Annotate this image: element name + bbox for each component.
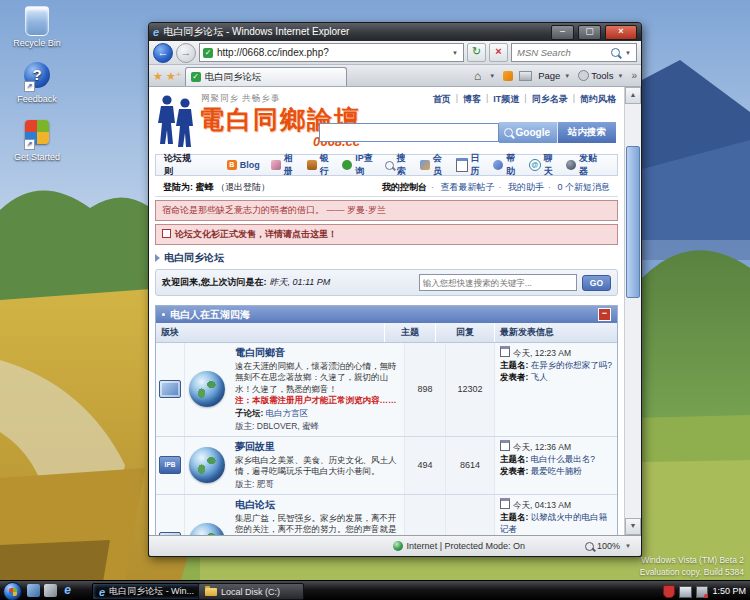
vertical-scrollbar[interactable]: ▲ ▼	[624, 87, 641, 535]
nav-blog-link[interactable]: 博客	[463, 93, 481, 106]
forum-name-link[interactable]: 夢回故里	[235, 440, 398, 454]
last-poster-link[interactable]: 最爱吃牛腩粉	[531, 466, 582, 476]
taskbar-task-ie[interactable]: e 电白同乡论坛 - Win...	[92, 583, 204, 600]
section-header[interactable]: 电白人在五湖四海	[156, 306, 617, 323]
switch-windows-icon[interactable]	[44, 584, 57, 597]
last-poster-link[interactable]: 飞人	[531, 372, 548, 382]
toolbar-blog-link[interactable]: BBlog	[227, 160, 260, 170]
start-button[interactable]	[3, 582, 22, 600]
tab-bar: ★ ★⁺ ✓ 电白同乡论坛 ⌂▼ Page▼ Tools▼	[149, 65, 641, 87]
address-field[interactable]: ✓ http://0668.cc/index.php? ▼	[199, 43, 464, 62]
toolbar-chat-link[interactable]: @聊天	[529, 152, 555, 178]
tools-menu-label: Tools	[591, 70, 613, 81]
forum-rules-link[interactable]: 论坛规则	[164, 152, 193, 178]
google-search-button[interactable]: Google	[499, 122, 557, 143]
username: 蜜蜂	[196, 182, 214, 192]
scrollbar-thumb[interactable]	[626, 146, 640, 298]
command-bar: ⌂▼ Page▼ Tools▼	[474, 65, 637, 86]
my-assistant-link[interactable]: 我的助手	[508, 182, 544, 192]
back-button[interactable]: ←	[153, 43, 173, 63]
forum-name-link[interactable]: 电白论坛	[235, 498, 398, 512]
refresh-button[interactable]: ↻	[467, 43, 486, 62]
network-icon[interactable]	[679, 586, 692, 598]
nav-it-channel-link[interactable]: IT频道	[493, 93, 519, 106]
moderators-line: 版主: 肥哥	[235, 479, 398, 491]
maximize-button[interactable]: ▢	[578, 25, 601, 40]
toolbar-calendar-link[interactable]: 日历	[456, 152, 482, 178]
desktop-icon-recycle-bin[interactable]: Recycle Bin	[4, 6, 70, 48]
forum-name-link[interactable]: 電白同鄉音	[235, 346, 398, 360]
logo-silhouettes-icon	[157, 94, 197, 148]
show-desktop-icon[interactable]	[27, 584, 40, 597]
replies-count: 8614	[446, 437, 495, 494]
quick-search-input[interactable]	[419, 274, 577, 291]
ipb-badge-icon: IPB	[159, 456, 181, 474]
nav-simple-style-link[interactable]: 简约风格	[580, 93, 616, 106]
toolbar-members-link[interactable]: 会员	[420, 152, 445, 178]
subforum-link[interactable]: 电白方言区	[266, 408, 309, 418]
last-topic-link[interactable]: 电白什么最出名?	[531, 454, 595, 464]
search-dropdown-icon[interactable]: ▼	[623, 50, 633, 56]
toolbar-help-link[interactable]: 帮助	[493, 152, 518, 178]
tools-menu-button[interactable]: Tools▼	[578, 70, 625, 81]
forum-status-cell	[156, 495, 185, 535]
tab-active[interactable]: ✓ 电白同乡论坛	[185, 67, 347, 86]
toolbar-ip-lookup-link[interactable]: IP查询	[342, 152, 374, 178]
toolbar-poster-link[interactable]: 发贴器	[566, 152, 598, 178]
feeds-icon[interactable]	[503, 71, 513, 81]
toolbar-search-link[interactable]: 搜索	[385, 152, 409, 178]
chat-icon: @	[529, 159, 541, 171]
search-icon[interactable]	[611, 48, 620, 57]
last-topic-link[interactable]: 在异乡的你想家了吗?	[531, 360, 612, 370]
scroll-down-icon[interactable]: ▼	[625, 518, 641, 535]
toolbar-bank-link[interactable]: 银行	[307, 152, 332, 178]
favorites-star-icon[interactable]: ★	[153, 67, 163, 86]
new-messages-link[interactable]: 0 个新短消息	[557, 182, 610, 192]
print-icon[interactable]	[519, 71, 532, 81]
zoom-control[interactable]: 100% ▼	[585, 541, 633, 551]
browser-search-input[interactable]	[515, 46, 608, 59]
taskbar-clock[interactable]: 1:50 PM	[712, 581, 746, 600]
status-bar: Internet | Protected Mode: On 100% ▼	[149, 535, 641, 556]
close-button[interactable]: ×	[605, 25, 637, 40]
welcome-text: 欢迎回来,您上次访问是在:	[162, 276, 267, 289]
page-menu-button[interactable]: Page▼	[538, 70, 572, 81]
toolbar-album-link[interactable]: 相册	[271, 152, 296, 178]
command-overflow-icon[interactable]	[631, 70, 637, 81]
breadcrumb[interactable]: 电白同乡论坛	[155, 251, 618, 265]
last-post-cell: 今天, 04:13 AM 主题名: 以黎战火中的电白籍记者 发表者: 沉重一天	[495, 495, 617, 535]
site-search-input[interactable]	[319, 123, 499, 142]
nav-directory-link[interactable]: 同乡名录	[532, 93, 568, 106]
scrollbar-track[interactable]	[625, 104, 641, 518]
forum-row: 電白同鄉音 遠在天涯的同鄉人，懷著漂泊的心情，無時無刻不在思念著故鄉：久違了，親…	[156, 343, 617, 437]
address-dropdown-icon[interactable]: ▼	[450, 50, 460, 56]
desktop-icon-feedback[interactable]: ?↗ Feedback	[4, 62, 70, 104]
security-alert-icon[interactable]	[663, 585, 675, 598]
volume-muted-icon[interactable]	[696, 586, 708, 598]
logout-link[interactable]: （退出登陆）	[216, 182, 270, 192]
collapse-button[interactable]	[598, 308, 611, 321]
quick-launch: e	[27, 584, 74, 597]
forward-button[interactable]: →	[176, 43, 196, 63]
add-favorite-icon[interactable]: ★⁺	[166, 67, 182, 86]
browser-search-box[interactable]: ▼	[511, 43, 637, 62]
ie-quicklaunch-icon[interactable]: e	[61, 584, 74, 597]
task-label: Local Disk (C:)	[221, 587, 280, 597]
globe-icon	[189, 371, 225, 407]
home-dropdown-icon[interactable]: ▼	[487, 73, 497, 79]
desktop-icon-get-started[interactable]: ↗ Get Started	[4, 118, 70, 162]
home-icon[interactable]: ⌂	[474, 69, 481, 83]
latest-posts-link[interactable]: 查看最新帖子	[440, 182, 494, 192]
taskbar-task-local-disk[interactable]: Local Disk (C:)	[198, 583, 304, 600]
calendar-icon	[500, 346, 510, 357]
announcement-sale[interactable]: 论坛文化衫正式发售，详情请点击这里！	[155, 224, 618, 245]
site-search-button[interactable]: 站内搜索	[557, 122, 616, 143]
minimize-button[interactable]: –	[551, 25, 574, 40]
browser-window: e 电白同乡论坛 - Windows Internet Explorer – ▢…	[148, 22, 642, 557]
go-button[interactable]: GO	[582, 275, 611, 291]
titlebar[interactable]: e 电白同乡论坛 - Windows Internet Explorer – ▢…	[149, 23, 641, 41]
scroll-up-icon[interactable]: ▲	[625, 87, 641, 104]
nav-home-link[interactable]: 首页	[433, 93, 451, 106]
my-console-link[interactable]: 我的控制台	[382, 182, 427, 192]
stop-button[interactable]: ×	[489, 43, 508, 62]
